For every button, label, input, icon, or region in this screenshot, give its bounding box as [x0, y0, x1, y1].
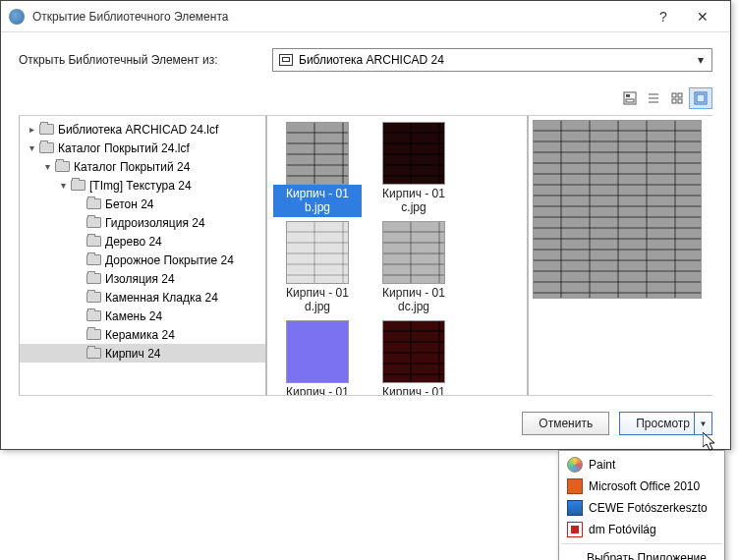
- tree-item[interactable]: ·Дорожное Покрытие 24: [20, 251, 265, 269]
- svg-rect-6: [672, 93, 676, 97]
- view-tree-button[interactable]: [618, 87, 642, 109]
- menu-item-label: Microsoft Office 2010: [589, 479, 700, 493]
- cewe-icon: [567, 500, 583, 516]
- library-combobox[interactable]: Библиотека ARCHICAD 24 ▾: [272, 48, 712, 72]
- grid-item[interactable]: Кирпич - 01 dp.jpg: [271, 320, 364, 395]
- view-mode-toolbar: [19, 87, 712, 111]
- menu-item[interactable]: Paint: [559, 454, 724, 476]
- tree-item-label: Дерево 24: [105, 235, 162, 249]
- grid-preview-wrap: Кирпич - 01 b.jpgКирпич - 01 c.jpgКирпич…: [266, 116, 712, 395]
- folder-tree[interactable]: ▸Библиотека ARCHICAD 24.lcf▾Каталог Покр…: [19, 116, 266, 395]
- thumbnail-image: [286, 122, 349, 185]
- menu-item[interactable]: CEWE Fotószerkeszto: [559, 497, 724, 519]
- tree-item[interactable]: ·Камень 24: [20, 307, 265, 325]
- folder-icon: [71, 180, 85, 191]
- tree-item[interactable]: ·Каменная Кладка 24: [20, 288, 265, 307]
- library-icon: [279, 54, 293, 66]
- window-title: Открытие Библиотечного Элемента: [32, 10, 644, 24]
- folder-icon: [86, 236, 101, 247]
- svg-rect-2: [626, 99, 634, 102]
- chevron-down-icon[interactable]: ▾: [26, 142, 37, 154]
- tree-item-label: Гидроизоляция 24: [105, 216, 205, 230]
- thumbnail-caption: Кирпич - 01 dp.jpg: [273, 383, 362, 395]
- chevron-down-icon[interactable]: ▾: [57, 180, 69, 192]
- tree-item[interactable]: ▾Каталог Покрытий 24.lcf: [20, 139, 265, 157]
- tree-item[interactable]: ▾Каталог Покрытий 24: [20, 157, 265, 176]
- folder-icon: [86, 329, 101, 340]
- dm-icon: [567, 522, 583, 537]
- view-largeicons-button[interactable]: [689, 87, 712, 109]
- grid-item[interactable]: Кирпич - 01 c.jpg: [368, 122, 460, 217]
- dialog-window: Открытие Библиотечного Элемента ? ✕ Откр…: [0, 0, 731, 450]
- open-with-menu: PaintMicrosoft Office 2010CEWE Fotószerk…: [558, 450, 725, 560]
- folder-icon: [39, 124, 54, 135]
- tree-item[interactable]: ▸Библиотека ARCHICAD 24.lcf: [20, 120, 265, 139]
- menu-item[interactable]: dm Fotóvilág: [559, 519, 724, 540]
- folder-icon: [86, 310, 101, 321]
- folder-icon: [86, 217, 101, 228]
- thumbnail-caption: Кирпич - 01 dc.jpg: [370, 284, 458, 316]
- grid-item[interactable]: Кирпич - 01 dc.jpg: [368, 221, 460, 316]
- thumbnail-caption: Кирпич - 01: [370, 383, 458, 395]
- close-button[interactable]: ✕: [683, 2, 722, 31]
- tree-item-label: Каталог Покрытий 24: [74, 160, 190, 174]
- tree-item-label: Каменная Кладка 24: [105, 291, 218, 305]
- tree-item-label: Бетон 24: [105, 197, 154, 211]
- paint-icon: [567, 457, 583, 473]
- tree-item-label: [TImg] Текстура 24: [89, 179, 192, 193]
- tree-item-label: Кирпич 24: [105, 347, 161, 361]
- tree-item-label: Керамика 24: [105, 328, 175, 342]
- thumbnail-image: [382, 122, 445, 185]
- help-button[interactable]: ?: [644, 2, 683, 31]
- view-list-button[interactable]: [642, 87, 665, 109]
- tree-item[interactable]: ·Изоляция 24: [20, 269, 265, 288]
- folder-icon: [86, 348, 101, 359]
- folder-icon: [55, 161, 70, 172]
- preview-button-label: Просмотр: [636, 417, 690, 430]
- menu-item[interactable]: Microsoft Office 2010: [559, 476, 724, 497]
- tree-item[interactable]: ▾[TImg] Текстура 24: [20, 176, 265, 195]
- menu-separator: [561, 543, 722, 544]
- folder-icon: [86, 254, 101, 265]
- menu-item-label: Paint: [589, 458, 615, 472]
- dialog-body: Открыть Библиотечный Элемент из: Библиот…: [1, 32, 730, 449]
- tree-item[interactable]: ·Кирпич 24: [20, 344, 265, 363]
- folder-icon: [86, 273, 101, 284]
- menu-item-label: dm Fotóvilág: [589, 523, 656, 536]
- folder-icon: [86, 198, 101, 209]
- titlebar: Открытие Библиотечного Элемента ? ✕: [1, 1, 730, 32]
- preview-image: [533, 120, 702, 299]
- thumbnail-image: [286, 320, 349, 383]
- tree-item[interactable]: ·Гидроизоляция 24: [20, 213, 265, 232]
- svg-rect-11: [697, 94, 705, 102]
- tree-item[interactable]: ·Керамика 24: [20, 325, 265, 344]
- menu-item-choose-app[interactable]: Выбрать Приложение...: [559, 547, 724, 560]
- preview-pane: [528, 116, 712, 395]
- grid-item[interactable]: Кирпич - 01 d.jpg: [271, 221, 364, 316]
- preview-button[interactable]: Просмотр ▼: [619, 412, 712, 435]
- grid-item[interactable]: Кирпич - 01 b.jpg: [271, 122, 364, 217]
- menu-item-label: Выбрать Приложение...: [587, 551, 716, 560]
- svg-rect-7: [678, 93, 682, 97]
- tree-item-label: Дорожное Покрытие 24: [105, 253, 234, 267]
- tree-item-label: Библиотека ARCHICAD 24.lcf: [58, 123, 218, 137]
- view-smallicons-button[interactable]: [665, 87, 689, 109]
- tree-item[interactable]: ·Бетон 24: [20, 195, 265, 213]
- svg-rect-8: [672, 99, 676, 103]
- app-icon: [9, 9, 25, 25]
- chevron-right-icon[interactable]: ▸: [26, 124, 37, 136]
- menu-item-label: CEWE Fotószerkeszto: [589, 501, 708, 515]
- chevron-down-icon[interactable]: ▾: [41, 161, 53, 173]
- grid-item[interactable]: Кирпич - 01: [368, 320, 460, 395]
- tree-item[interactable]: ·Дерево 24: [20, 232, 265, 251]
- folder-icon: [39, 142, 54, 153]
- tree-item-label: Каталог Покрытий 24.lcf: [58, 141, 190, 155]
- thumbnail-caption: Кирпич - 01 c.jpg: [370, 185, 458, 217]
- thumbnail-image: [286, 221, 349, 284]
- thumbnail-image: [382, 320, 445, 383]
- svg-rect-1: [626, 94, 630, 97]
- dialog-footer: Отменить Просмотр ▼: [19, 412, 712, 435]
- preview-dropdown-toggle[interactable]: ▼: [694, 413, 711, 434]
- cancel-button[interactable]: Отменить: [522, 412, 609, 435]
- thumbnail-grid[interactable]: Кирпич - 01 b.jpgКирпич - 01 c.jpgКирпич…: [266, 116, 528, 395]
